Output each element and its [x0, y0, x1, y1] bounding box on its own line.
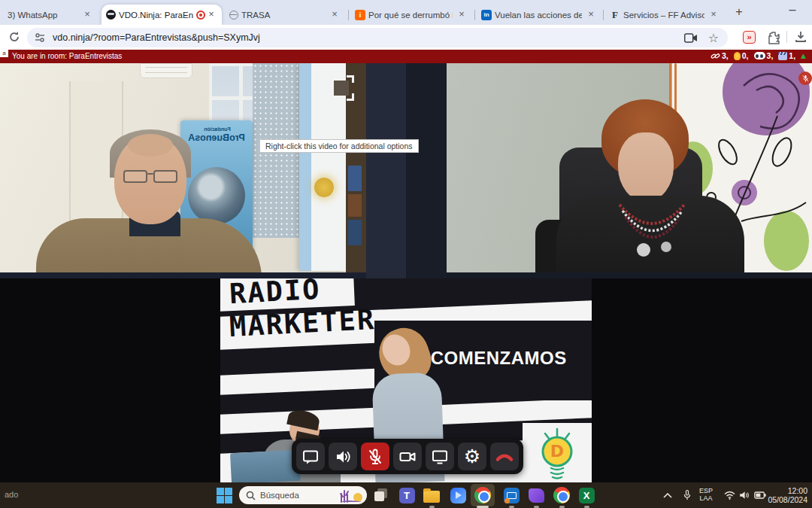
search-box[interactable]: Búsqueda	[239, 486, 367, 504]
participant-left-glasses	[122, 170, 180, 184]
close-icon[interactable]: ×	[329, 9, 341, 21]
viewers-icon	[754, 52, 765, 59]
browser-toolbar: vdo.ninja/?room=ParaEntrevistas&push=SXy…	[0, 25, 812, 50]
tab-separator	[474, 10, 475, 20]
tab-separator	[348, 10, 349, 20]
search-icon	[246, 491, 256, 500]
clipchamp-icon	[529, 488, 544, 503]
extension-action-icon[interactable]: »	[743, 31, 756, 44]
taskbar-outlook[interactable]	[502, 486, 520, 504]
globe-icon	[229, 11, 238, 20]
taskbar-chrome-active[interactable]	[474, 486, 492, 504]
tab-vdo-ninja[interactable]: VDO.Ninja: ParaEntrevi ×	[102, 5, 222, 25]
camera-button[interactable]	[393, 443, 422, 470]
clock-date: 05/08/2024	[768, 496, 807, 505]
window-minimize-button[interactable]: –	[783, 3, 801, 20]
gear-icon: ⚙	[464, 447, 480, 466]
taskbar-overflow-text: ado	[5, 490, 18, 499]
microphone-icon	[683, 489, 692, 501]
outlook-icon	[504, 488, 520, 503]
wifi-icon	[724, 491, 735, 500]
chevron-up-icon	[663, 493, 672, 498]
hangup-button[interactable]	[490, 443, 519, 470]
tray-chevron-button[interactable]	[659, 486, 677, 504]
extensions-puzzle-icon[interactable]	[767, 31, 780, 44]
url-text[interactable]: vdo.ninja/?room=ParaEntrevistas&push=SXy…	[53, 32, 684, 43]
tab-whatsapp[interactable]: 3) WhatsApp ×	[0, 5, 98, 25]
stage-gap	[406, 63, 447, 278]
tab-label: Servicios – FF Advisors	[623, 11, 704, 20]
site-settings-icon[interactable]	[35, 32, 45, 43]
tab-label: 3) WhatsApp	[8, 11, 78, 20]
excel-icon: X	[579, 488, 595, 503]
stage-gap	[366, 63, 406, 278]
video-participant-right[interactable]	[447, 63, 812, 272]
language-line2: LAA	[699, 494, 713, 502]
viewers-count: 3,	[767, 51, 774, 60]
tab-ff-advisors[interactable]: F Servicios – FF Advisors ×	[605, 5, 724, 25]
keyboard-language[interactable]: ESP LAA	[699, 487, 713, 502]
reload-icon[interactable]	[8, 30, 21, 44]
video-stage: Fundación ProBuenosA	[0, 63, 812, 482]
close-icon[interactable]: ×	[456, 9, 468, 21]
close-icon[interactable]: ×	[205, 9, 217, 21]
bookmark-star-icon[interactable]: ☆	[708, 31, 719, 45]
tab-camera-indicator-icon[interactable]	[684, 33, 698, 43]
close-icon[interactable]: ×	[585, 9, 597, 21]
banner-text-large: ProBuenosA	[182, 132, 251, 143]
hanging-tassel	[669, 63, 671, 111]
tab-trasa[interactable]: TRASA ×	[225, 5, 345, 25]
taskbar-clipchamp[interactable]	[527, 486, 545, 504]
chrome-icon	[474, 487, 491, 503]
search-highlight-art	[338, 488, 364, 503]
chrome-icon	[553, 487, 570, 503]
recording-indicator-icon	[196, 11, 205, 20]
slide-laptop	[230, 450, 301, 482]
tab-linkedin-article[interactable]: in Vuelan las acciones de Me ×	[477, 5, 601, 25]
speaker-icon	[739, 491, 750, 500]
slide-logo-word1: RADIO	[229, 278, 321, 310]
video-participant-left[interactable]: Fundación ProBuenosA	[0, 63, 366, 272]
taskbar-teams[interactable]: T	[398, 486, 416, 504]
media-player-icon	[450, 488, 466, 503]
tab-label: TRASA	[241, 11, 326, 20]
beaded-necklace	[611, 203, 693, 272]
screen-share-button[interactable]	[426, 443, 454, 470]
teams-icon: T	[399, 488, 415, 503]
banner-text-small: Fundación	[186, 126, 248, 132]
video-letterbox	[0, 272, 366, 278]
ff-advisors-favicon: F	[610, 10, 620, 20]
taskbar-file-explorer[interactable]	[423, 486, 441, 504]
taskbar-chrome-2[interactable]	[553, 486, 571, 504]
taskbar-clock[interactable]: 12:00 05/08/2024	[768, 487, 807, 504]
search-placeholder: Búsqueda	[260, 491, 338, 500]
task-view-button[interactable]	[372, 486, 390, 504]
downloads-icon[interactable]	[794, 30, 807, 44]
file-explorer-icon	[423, 491, 440, 503]
tray-microphone[interactable]	[678, 486, 696, 504]
taskbar-excel[interactable]: X	[577, 486, 595, 504]
close-icon[interactable]: ×	[707, 9, 720, 21]
close-icon[interactable]: ×	[81, 9, 93, 21]
language-line1: ESP	[699, 487, 713, 494]
infobae-favicon: i	[355, 10, 365, 20]
volume-button[interactable]	[329, 443, 357, 470]
url-bar[interactable]: vdo.ninja/?room=ParaEntrevistas&push=SXy…	[27, 28, 728, 47]
windows-logo-icon	[217, 488, 232, 503]
link-icon	[710, 51, 720, 61]
tab-infobae-article[interactable]: i Por qué se derrumbó la Bo ×	[350, 5, 472, 25]
start-button[interactable]	[215, 486, 233, 504]
clock-time: 12:00	[768, 487, 807, 496]
taskbar-media-player[interactable]	[449, 486, 467, 504]
clapper-icon	[778, 52, 787, 60]
settings-button[interactable]: ⚙	[458, 443, 486, 470]
toolbar-divider	[786, 31, 787, 43]
chat-button[interactable]	[296, 443, 325, 470]
room-stats: 3, 0, 3, 1, ▲	[710, 51, 806, 61]
video-tooltip: Right-click this video for additional op…	[259, 139, 419, 153]
tray-battery[interactable]	[751, 486, 769, 504]
video-letterbox	[447, 272, 812, 278]
new-tab-button[interactable]: +	[731, 5, 747, 20]
lightbulb-letter: D	[530, 442, 584, 461]
microphone-muted-button[interactable]	[361, 443, 389, 470]
